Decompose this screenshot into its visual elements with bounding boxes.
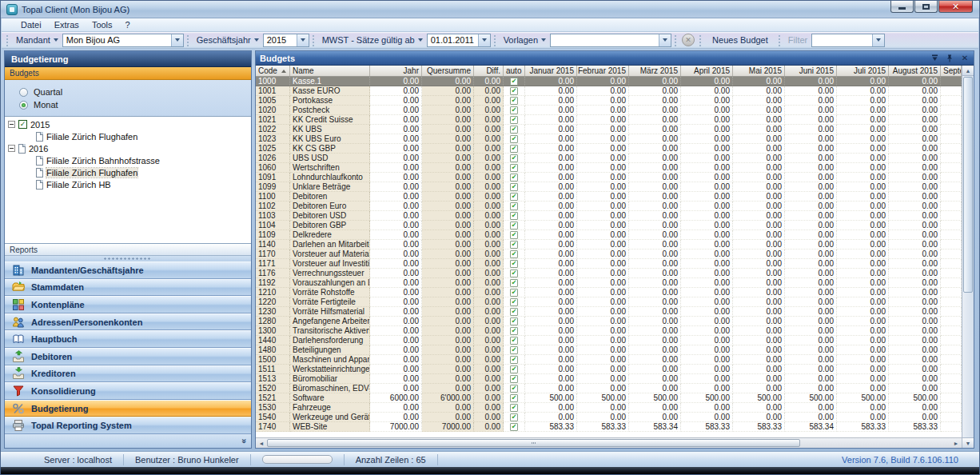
cell-month[interactable]: 0.00 xyxy=(525,384,577,393)
cell-auto[interactable]: ✔ xyxy=(504,211,525,221)
tree-item[interactable]: ✓2015 xyxy=(5,118,251,130)
cell-month[interactable]: 0.00 xyxy=(681,240,733,249)
cell-month[interactable]: 0.00 xyxy=(681,202,733,211)
cell-september[interactable] xyxy=(941,384,962,393)
cell-month[interactable]: 0.00 xyxy=(889,154,941,163)
cell-month[interactable]: 0.00 xyxy=(733,96,785,106)
cell-month[interactable]: 0.00 xyxy=(525,269,577,278)
checkbox-checked-icon[interactable]: ✔ xyxy=(510,106,518,114)
cell-month[interactable]: 0.00 xyxy=(837,345,889,355)
cell-code[interactable]: 1170 xyxy=(256,249,290,259)
tree-item[interactable]: Filiale Zürich HB xyxy=(5,178,251,190)
cell-name[interactable]: Fahrzeuge xyxy=(290,403,370,413)
column-header-code[interactable]: Code xyxy=(256,66,290,76)
cell-september[interactable] xyxy=(941,345,962,355)
column-header-septer[interactable]: Septer xyxy=(941,66,962,76)
cell-auto[interactable]: ✔ xyxy=(504,77,525,86)
cell-month[interactable]: 0.00 xyxy=(837,326,889,336)
cell-month[interactable]: 0.00 xyxy=(733,345,785,355)
column-header-januar-2015[interactable]: Januar 2015 xyxy=(525,66,577,76)
cell-month[interactable]: 0.00 xyxy=(837,77,889,86)
cell-jahr[interactable]: 0.00 xyxy=(370,221,422,230)
cell-month[interactable]: 0.00 xyxy=(525,240,577,249)
cell-month[interactable]: 0.00 xyxy=(525,297,577,307)
cell-auto[interactable]: ✔ xyxy=(504,192,525,202)
cell-diff[interactable]: 0.00 xyxy=(474,345,504,355)
neues-budget-button[interactable]: Neues Budget xyxy=(705,33,775,47)
column-header-diff-[interactable]: Diff. xyxy=(474,66,504,76)
cell-month[interactable]: 0.00 xyxy=(525,374,577,384)
cell-month[interactable]: 0.00 xyxy=(681,317,733,326)
cell-september[interactable] xyxy=(941,144,962,154)
cell-month[interactable]: 0.00 xyxy=(889,355,941,365)
cell-month[interactable]: 0.00 xyxy=(837,403,889,413)
cell-quersumme[interactable]: 0.00 xyxy=(422,106,474,115)
sidebar-item-budgetierung[interactable]: Budgetierung xyxy=(5,400,251,417)
cell-september[interactable] xyxy=(941,307,962,317)
cell-month[interactable]: 0.00 xyxy=(681,221,733,230)
cell-month[interactable]: 0.00 xyxy=(785,96,837,106)
checkbox-checked-icon[interactable]: ✔ xyxy=(510,394,518,402)
cell-month[interactable]: 0.00 xyxy=(785,211,837,221)
cell-month[interactable]: 0.00 xyxy=(889,115,941,125)
checkbox-checked-icon[interactable]: ✔ xyxy=(510,222,518,230)
cell-month[interactable]: 0.00 xyxy=(837,192,889,202)
cell-month[interactable]: 0.00 xyxy=(889,413,941,422)
cell-code[interactable]: 1530 xyxy=(256,403,290,413)
table-row[interactable]: 1020Postcheck0.000.000.00✔0.000.000.000.… xyxy=(256,106,962,115)
cell-month[interactable]: 0.00 xyxy=(629,134,681,144)
cell-month[interactable]: 0.00 xyxy=(889,221,941,230)
cell-month[interactable]: 0.00 xyxy=(733,240,785,249)
cell-jahr[interactable]: 0.00 xyxy=(370,278,422,288)
table-row[interactable]: 1005Portokasse0.000.000.00✔0.000.000.000… xyxy=(256,96,962,106)
cell-auto[interactable]: ✔ xyxy=(504,422,525,432)
cell-month[interactable]: 0.00 xyxy=(629,86,681,96)
tree-item[interactable]: 2016 xyxy=(5,142,251,154)
menu-item--[interactable]: ? xyxy=(119,19,137,30)
cell-month[interactable]: 0.00 xyxy=(629,269,681,278)
cell-month[interactable]: 0.00 xyxy=(577,182,629,192)
cell-month[interactable]: 0.00 xyxy=(733,154,785,163)
scroll-left-icon[interactable]: ◄ xyxy=(256,438,267,448)
cell-month[interactable]: 0.00 xyxy=(525,163,577,173)
cell-diff[interactable]: 0.00 xyxy=(474,106,504,115)
cell-month[interactable]: 0.00 xyxy=(785,288,837,297)
cell-month[interactable]: 0.00 xyxy=(889,288,941,297)
cell-auto[interactable]: ✔ xyxy=(504,230,525,240)
table-row[interactable]: 1176Verrechnungssteuer0.000.000.00✔0.000… xyxy=(256,269,962,278)
cell-month[interactable]: 0.00 xyxy=(837,307,889,317)
tree-checkbox[interactable]: ✓ xyxy=(18,120,27,129)
cell-month[interactable]: 0.00 xyxy=(785,297,837,307)
cell-month[interactable]: 0.00 xyxy=(577,355,629,365)
cell-month[interactable]: 0.00 xyxy=(681,384,733,393)
cell-month[interactable]: 0.00 xyxy=(681,163,733,173)
table-row[interactable]: 1740WEB-Site7000.007000.000.00✔583.33583… xyxy=(256,422,962,432)
cell-auto[interactable]: ✔ xyxy=(504,115,525,125)
cell-code[interactable]: 1000 xyxy=(256,77,290,86)
cell-diff[interactable]: 0.00 xyxy=(474,384,504,393)
cell-month[interactable]: 0.00 xyxy=(889,317,941,326)
cell-jahr[interactable]: 0.00 xyxy=(370,96,422,106)
cell-month[interactable]: 0.00 xyxy=(889,249,941,259)
cell-month[interactable]: 0.00 xyxy=(889,202,941,211)
cell-month[interactable]: 0.00 xyxy=(577,173,629,182)
cell-code[interactable]: 1103 xyxy=(256,211,290,221)
cell-name[interactable]: Darlehensforderung xyxy=(290,336,370,345)
cell-month[interactable]: 0.00 xyxy=(889,307,941,317)
scroll-right-icon[interactable]: ► xyxy=(950,438,962,448)
cell-month[interactable]: 0.00 xyxy=(525,278,577,288)
cell-code[interactable]: 1104 xyxy=(256,221,290,230)
cell-month[interactable]: 583.34 xyxy=(785,422,837,432)
checkbox-checked-icon[interactable]: ✔ xyxy=(510,346,518,354)
cell-month[interactable]: 0.00 xyxy=(681,288,733,297)
cell-month[interactable]: 0.00 xyxy=(733,259,785,269)
cell-jahr[interactable]: 0.00 xyxy=(370,249,422,259)
cell-month[interactable]: 0.00 xyxy=(889,240,941,249)
cell-month[interactable]: 583.33 xyxy=(681,422,733,432)
cell-month[interactable]: 0.00 xyxy=(681,326,733,336)
cell-month[interactable]: 0.00 xyxy=(577,144,629,154)
cell-code[interactable]: 1440 xyxy=(256,336,290,345)
cell-jahr[interactable]: 0.00 xyxy=(370,163,422,173)
cell-september[interactable] xyxy=(941,240,962,249)
cell-month[interactable]: 0.00 xyxy=(577,365,629,374)
